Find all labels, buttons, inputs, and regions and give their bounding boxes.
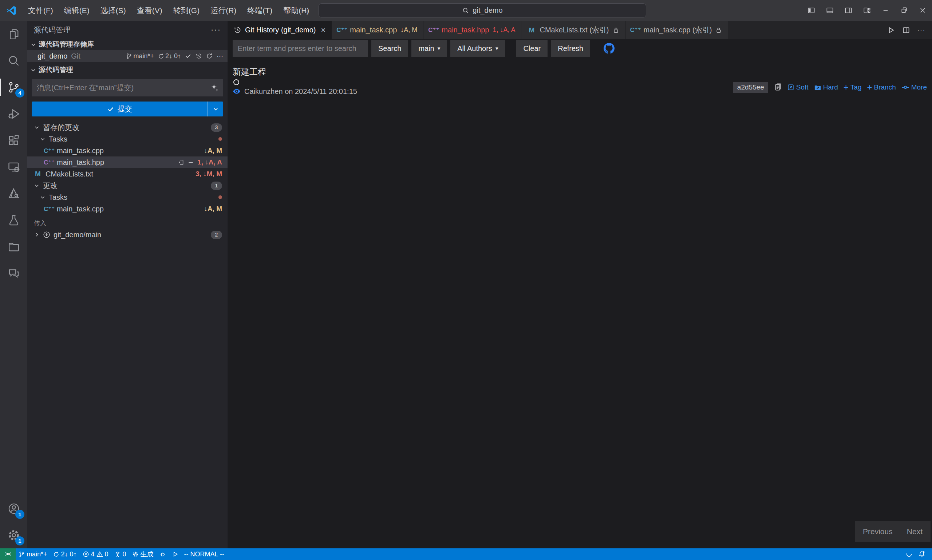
run-file-icon[interactable] [887, 26, 895, 34]
sparkle-ai-icon[interactable] [210, 83, 220, 92]
incoming-branch-row[interactable]: git_demo/main 2 [27, 229, 228, 240]
menu-view[interactable]: 查看(V) [131, 0, 168, 21]
branch-indicator[interactable]: main*+ [126, 52, 154, 60]
history-icon[interactable] [196, 53, 202, 59]
search-value: git_demo [473, 6, 502, 15]
vim-mode[interactable]: -- NORMAL -- [181, 548, 227, 560]
history-pager: Previous Next [855, 521, 930, 542]
notifications-bell-icon[interactable] [915, 551, 928, 558]
search-icon[interactable] [0, 47, 27, 74]
refresh-button[interactable]: Refresh [551, 40, 590, 57]
tab-main-task-cpp[interactable]: C⁺⁺ main_task.cpp ↓A, M [332, 21, 424, 39]
more-actions-icon[interactable]: ··· [211, 25, 221, 35]
eye-icon [232, 87, 241, 96]
add-branch-link[interactable]: + Branch [867, 83, 896, 92]
staged-file-cmakelists[interactable]: M CMakeLists.txt 3, ↓M, M [27, 168, 228, 180]
more-link[interactable]: More [901, 83, 927, 91]
staged-file-main-task-hpp[interactable]: C⁺⁺ main_task.hpp 1, ↓A, A [27, 157, 228, 168]
run-debug-icon[interactable] [0, 100, 27, 127]
restore-icon[interactable] [895, 0, 914, 21]
statusbar-run[interactable] [169, 548, 181, 560]
commit-button[interactable]: 提交 [32, 102, 208, 117]
section-scm[interactable]: 源代码管理 [27, 65, 228, 75]
menu-go[interactable]: 转到(G) [168, 0, 205, 21]
folder-tasks[interactable]: Tasks [27, 191, 228, 203]
error-icon [83, 551, 89, 557]
remote-indicator[interactable]: >< [0, 548, 15, 560]
repo-row-git-demo[interactable]: git_demo Git main*+ 2↓ 0↑ [27, 50, 228, 62]
menu-file[interactable]: 文件(F) [23, 0, 59, 21]
folder-tasks[interactable]: Tasks [27, 133, 228, 145]
tab-git-history[interactable]: Git History (git_demo) × [228, 21, 332, 39]
git-status: ↓A, M [204, 205, 222, 213]
toggle-panel-icon[interactable] [821, 0, 839, 21]
forward-icon[interactable]: → [301, 5, 311, 16]
toggle-secondary-sidebar-icon[interactable] [839, 0, 858, 21]
next-button[interactable]: Next [907, 527, 923, 536]
remote-explorer-icon[interactable] [0, 154, 27, 180]
close-icon[interactable] [914, 0, 932, 21]
menu-selection[interactable]: 选择(S) [95, 0, 131, 21]
accounts-icon[interactable]: 1 [0, 495, 27, 522]
open-file-icon[interactable] [178, 159, 184, 166]
lock-icon [613, 27, 619, 34]
commit-message-input[interactable] [32, 79, 223, 97]
incoming-label: 传入 [27, 215, 228, 229]
customize-layout-icon[interactable] [858, 0, 876, 21]
copy-hash-icon[interactable] [773, 83, 782, 91]
statusbar-ports[interactable]: 0 [111, 548, 129, 560]
changed-file-main-task-cpp[interactable]: C⁺⁺ main_task.cpp ↓A, M [27, 203, 228, 215]
branch-filter-dropdown[interactable]: main ▾ [411, 40, 447, 57]
statusbar-problems[interactable]: 4 0 [80, 548, 111, 560]
statusbar-branch[interactable]: main*+ [15, 548, 50, 560]
menu-terminal[interactable]: 终端(T) [242, 0, 278, 21]
commit-check-icon[interactable] [185, 53, 191, 59]
menu-run[interactable]: 运行(R) [205, 0, 242, 21]
close-tab-icon[interactable]: × [321, 25, 326, 35]
tab-main-task-cpp-index[interactable]: C⁺⁺ main_task.cpp (索引) [625, 21, 729, 39]
changes-count-badge: 1 [211, 182, 222, 190]
menu-edit[interactable]: 编辑(E) [59, 0, 95, 21]
author-filter-dropdown[interactable]: All Authors ▾ [450, 40, 505, 57]
history-search-input[interactable] [233, 40, 368, 57]
extensions-icon[interactable] [0, 127, 27, 154]
editor-more-icon[interactable]: ··· [917, 27, 926, 34]
github-icon[interactable] [604, 43, 615, 54]
add-tag-link[interactable]: + Tag [844, 83, 862, 92]
statusbar-sync[interactable]: 2↓ 0↑ [50, 548, 80, 560]
tab-cmakelists-index[interactable]: M CMakeLists.txt (索引) [521, 21, 625, 39]
project-manager-icon[interactable] [0, 233, 27, 260]
settings-gear-icon[interactable]: 1 [0, 522, 27, 548]
explorer-icon[interactable] [0, 21, 27, 47]
commit-dropdown-button[interactable] [208, 102, 223, 117]
back-icon[interactable]: ← [285, 5, 294, 16]
clear-button[interactable]: Clear [516, 40, 548, 57]
unstage-minus-icon[interactable] [188, 159, 194, 166]
repo-more-icon[interactable]: ··· [217, 52, 223, 60]
staged-file-main-task-cpp[interactable]: C⁺⁺ main_task.cpp ↓A, M [27, 145, 228, 157]
status-bar: >< main*+ 2↓ 0↑ 4 0 0 生成 [0, 548, 932, 560]
testing-icon[interactable] [0, 207, 27, 233]
tab-main-task-hpp[interactable]: C⁺⁺ main_task.hpp 1, ↓A, A [424, 21, 521, 39]
commit-graph-node[interactable] [233, 79, 239, 85]
git-branch-icon [18, 551, 25, 557]
section-staged-changes[interactable]: 暂存的更改 3 [27, 122, 228, 133]
section-repositories[interactable]: 源代码管理存储库 [27, 39, 228, 50]
split-editor-icon[interactable] [902, 26, 910, 34]
comments-icon[interactable] [0, 260, 27, 286]
minimize-icon[interactable] [876, 0, 895, 21]
search-button[interactable]: Search [371, 40, 408, 57]
command-center-search[interactable]: git_demo [319, 3, 646, 17]
section-changes[interactable]: 更改 1 [27, 180, 228, 191]
statusbar-debug[interactable] [157, 548, 169, 560]
reset-hard-link[interactable]: Hard [814, 83, 838, 91]
cmake-icon[interactable] [0, 180, 27, 207]
toggle-primary-sidebar-icon[interactable] [802, 0, 821, 21]
refresh-icon[interactable] [206, 53, 213, 59]
reset-soft-link[interactable]: Soft [787, 83, 809, 91]
previous-button[interactable]: Previous [863, 527, 893, 536]
statusbar-build[interactable]: 生成 [129, 548, 157, 560]
source-control-icon[interactable]: 4 [0, 74, 27, 100]
incoming-count-badge: 2 [211, 231, 222, 239]
sync-indicator[interactable]: 2↓ 0↑ [158, 52, 181, 60]
